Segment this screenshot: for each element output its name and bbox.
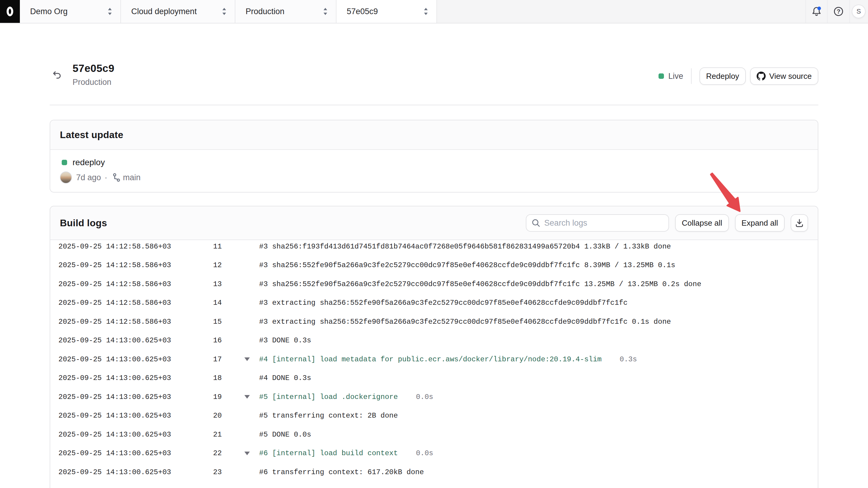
- view-source-label: View source: [769, 72, 812, 81]
- search-logs-input[interactable]: [526, 214, 669, 232]
- log-line-number: 23: [213, 468, 244, 476]
- log-line-number: 13: [213, 280, 244, 288]
- log-timestamp: 2025-09-25 14:13:00.625+03: [58, 449, 213, 457]
- page-header: 57e05c9 Production Live Redeploy View so…: [50, 24, 818, 105]
- log-timestamp: 2025-09-25 14:13:00.625+03: [58, 393, 213, 401]
- live-status-icon: [658, 73, 664, 79]
- live-status-label: Live: [668, 72, 683, 81]
- project-selector[interactable]: Cloud deployment: [121, 0, 235, 23]
- topbar-right: ? S: [437, 0, 868, 23]
- event-time: 7d ago: [76, 173, 101, 182]
- log-line-number: 16: [213, 336, 244, 345]
- redeploy-button[interactable]: Redeploy: [700, 67, 746, 85]
- log-timestamp: 2025-09-25 14:12:58.586+03: [58, 242, 213, 251]
- top-nav-bar: Demo Org Cloud deployment Production 57e…: [0, 0, 868, 24]
- log-line-number: 18: [213, 374, 244, 382]
- collapse-all-button[interactable]: Collapse all: [675, 214, 728, 232]
- log-row: 2025-09-25 14:13:00.625+0323#6 transferr…: [50, 463, 818, 482]
- svg-text:?: ?: [837, 8, 840, 15]
- sorter-icon: [107, 7, 113, 15]
- log-line-number: 15: [213, 318, 244, 326]
- log-row: 2025-09-25 14:13:00.625+0320#5 transferr…: [50, 406, 818, 425]
- log-row: 2025-09-25 14:12:58.586+0312#3 sha256:55…: [50, 256, 818, 275]
- log-row: 2025-09-25 14:12:58.586+0313#3 sha256:55…: [50, 275, 818, 294]
- sorter-icon: [423, 7, 429, 15]
- org-selector[interactable]: Demo Org: [20, 0, 121, 23]
- notification-dot: [817, 7, 821, 10]
- log-collapse-toggle[interactable]: [244, 395, 259, 399]
- divider: [691, 68, 692, 84]
- log-message: #3 DONE 0.3s: [259, 336, 311, 345]
- log-message: #3 extracting sha256:552fe90f5a266a9c3fe…: [259, 299, 627, 307]
- triangle-down-icon: [244, 357, 250, 361]
- log-duration: 0.0s: [416, 393, 433, 401]
- log-message: #4 DONE 0.3s: [259, 374, 311, 382]
- log-collapse-toggle[interactable]: [244, 452, 259, 455]
- log-message: #5 [internal] load .dockerignore: [259, 393, 398, 401]
- author-avatar: [60, 171, 72, 184]
- latest-update-header: Latest update: [50, 120, 818, 150]
- log-timestamp: 2025-09-25 14:12:58.586+03: [58, 280, 213, 288]
- divider: [50, 105, 818, 105]
- log-timestamp: 2025-09-25 14:13:00.625+03: [58, 468, 213, 476]
- github-icon: [757, 72, 766, 80]
- log-message: #3 extracting sha256:552fe90f5a266a9c3fe…: [259, 318, 671, 326]
- log-timestamp: 2025-09-25 14:12:58.586+03: [58, 318, 213, 326]
- log-message: #4 [internal] load metadata for public.e…: [259, 355, 602, 363]
- log-line-number: 19: [213, 393, 244, 401]
- log-message: #3 sha256:f193fd413d61d7451fd81b7464ac0f…: [259, 242, 671, 251]
- app-logo[interactable]: [0, 0, 20, 23]
- log-timestamp: 2025-09-25 14:13:00.625+03: [58, 355, 213, 363]
- environment-selector[interactable]: Production: [235, 0, 337, 23]
- project-selector-label: Cloud deployment: [131, 7, 197, 16]
- log-message: #3 sha256:552fe90f5a266a9c3fe2c5279cc00d…: [259, 261, 675, 269]
- log-duration: 0.0s: [416, 449, 433, 457]
- log-row: 2025-09-25 14:12:58.586+0315#3 extractin…: [50, 312, 818, 331]
- log-message: #3 sha256:552fe90f5a266a9c3fe2c5279cc00d…: [259, 280, 701, 288]
- event-label: redeploy: [72, 158, 105, 167]
- log-duration: 0.3s: [620, 355, 637, 363]
- expand-all-button[interactable]: Expand all: [735, 214, 785, 232]
- log-line-number: 14: [213, 299, 244, 307]
- meta-separator: ·: [105, 173, 107, 182]
- notifications-button[interactable]: [805, 0, 827, 23]
- user-menu[interactable]: S: [849, 0, 868, 23]
- log-line-number: 17: [213, 355, 244, 363]
- log-row: 2025-09-25 14:13:00.625+0316#3 DONE 0.3s: [50, 331, 818, 350]
- log-row: 2025-09-25 14:13:00.625+0319#5 [internal…: [50, 388, 818, 406]
- log-row: 2025-09-25 14:13:00.625+0317#4 [internal…: [50, 350, 818, 369]
- log-message: #6 [internal] load build context: [259, 449, 398, 457]
- log-row: 2025-09-25 14:13:00.625+0318#4 DONE 0.3s: [50, 369, 818, 388]
- deployment-selector[interactable]: 57e05c9: [337, 0, 437, 23]
- back-button[interactable]: [51, 69, 63, 81]
- log-collapse-toggle[interactable]: [244, 357, 259, 361]
- page-title: 57e05c9: [72, 62, 114, 75]
- log-timestamp: 2025-09-25 14:12:58.586+03: [58, 261, 213, 269]
- download-icon: [795, 219, 804, 227]
- bell-icon: [811, 6, 822, 17]
- log-row: 2025-09-25 14:13:00.625+0322#6 [internal…: [50, 444, 818, 463]
- back-icon: [52, 70, 62, 80]
- help-button[interactable]: ?: [827, 0, 849, 23]
- log-row: 2025-09-25 14:12:58.586+0311#3 sha256:f1…: [50, 237, 818, 256]
- log-timestamp: 2025-09-25 14:13:00.625+03: [58, 374, 213, 382]
- triangle-down-icon: [244, 395, 250, 399]
- search-icon: [532, 219, 540, 227]
- log-row: 2025-09-25 14:12:58.586+0314#3 extractin…: [50, 294, 818, 313]
- log-line-number: 22: [213, 449, 244, 457]
- search-logs-field[interactable]: [544, 219, 663, 228]
- deployment-selector-label: 57e05c9: [347, 7, 378, 16]
- download-logs-button[interactable]: [790, 214, 808, 232]
- page-subtitle: Production: [72, 77, 114, 87]
- latest-update-card: Latest update redeploy 7d ago · main: [50, 120, 818, 193]
- branch-name: main: [123, 173, 141, 182]
- log-line-number: 20: [213, 412, 244, 420]
- view-source-button[interactable]: View source: [750, 67, 818, 85]
- help-icon: ?: [833, 6, 844, 17]
- log-timestamp: 2025-09-25 14:13:00.625+03: [58, 430, 213, 438]
- log-timestamp: 2025-09-25 14:12:58.586+03: [58, 299, 213, 307]
- event-status-icon: [62, 160, 67, 165]
- sorter-icon: [323, 7, 328, 15]
- branch-icon: [112, 173, 121, 182]
- build-logs-header: Build logs Collapse all Expand all: [50, 206, 818, 240]
